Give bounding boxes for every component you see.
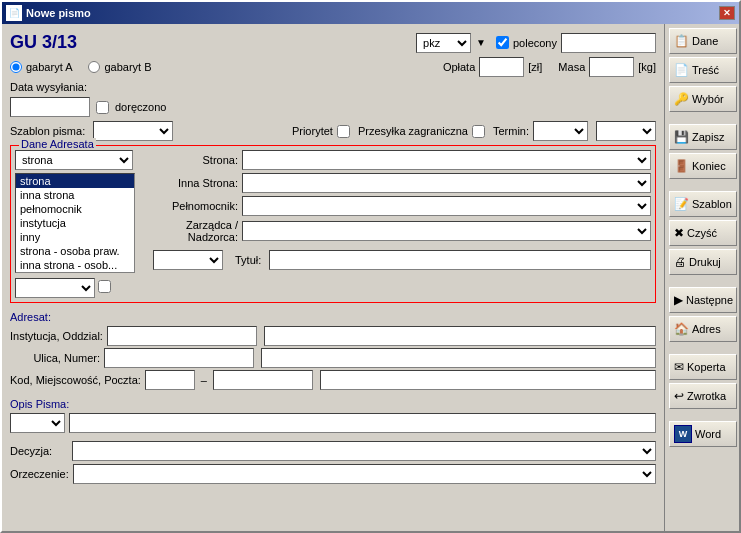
koniec-button[interactable]: 🚪 Koniec (669, 153, 737, 179)
nastepne-button[interactable]: ▶ Następne (669, 287, 737, 313)
czysz-icon: ✖ (674, 226, 684, 240)
instytucja-input1[interactable] (107, 326, 257, 346)
list-item[interactable]: inna strona (16, 188, 134, 202)
gabaryt-a-group: gabaryt A (10, 61, 72, 73)
ulica-row: Ulica, Numer: (10, 348, 656, 368)
dane-adresata-label: Dane Adresata (19, 138, 96, 150)
wybor-button[interactable]: 🔑 Wybór (669, 86, 737, 112)
zarzadca-select[interactable] (242, 221, 651, 241)
decyzja-select[interactable] (72, 441, 656, 461)
tytul-pre-select[interactable] (153, 250, 223, 270)
oplata-unit: [zł] (528, 61, 542, 73)
drukuj-button[interactable]: 🖨 Drukuj (669, 249, 737, 275)
tytul-input[interactable] (269, 250, 651, 270)
przesylka-label: Przesyłka zagraniczna (358, 125, 468, 137)
szablon-button[interactable]: 📝 Szablon (669, 191, 737, 217)
koperta-icon: ✉ (674, 360, 684, 374)
list-item[interactable]: strona (16, 174, 134, 188)
pelnomocnik-label: Pełnomocnik: (153, 200, 238, 212)
right-panel: 📋 Dane 📄 Treść 🔑 Wybór 💾 Zapisz 🚪 Koniec (664, 24, 739, 531)
bottom-rows: Decyzja: Orzeczenie: (10, 441, 656, 484)
inna-strona-select[interactable] (242, 173, 651, 193)
adres-button[interactable]: 🏠 Adres (669, 316, 737, 342)
oplata-input[interactable]: 5.00 (479, 57, 524, 77)
masa-input[interactable]: .150 (589, 57, 634, 77)
doreczono-checkbox[interactable] (96, 101, 109, 114)
data-row: Data wysyłania: (10, 81, 656, 93)
separator: – (201, 374, 207, 386)
header-row: GU 3/13 pkz ▼ polecony 000040002000 (10, 32, 656, 53)
close-button[interactable]: ✕ (719, 6, 735, 20)
opis-select[interactable] (10, 413, 65, 433)
ulica-input2[interactable] (261, 348, 656, 368)
priorytet-checkbox[interactable] (337, 125, 350, 138)
polecony-value[interactable]: 000040002000 (561, 33, 656, 53)
gabaryt-b-label: gabaryt B (104, 61, 151, 73)
list-item[interactable]: inna strona - osob... (16, 258, 134, 272)
pkz-select[interactable]: pkz (416, 33, 471, 53)
adresata-sub-select[interactable] (15, 278, 95, 298)
tresc-button[interactable]: 📄 Treść (669, 57, 737, 83)
szablon-icon: 📝 (674, 197, 689, 211)
orzeczenie-select[interactable] (73, 464, 656, 484)
termin-label: Termin: (493, 125, 529, 137)
word-button[interactable]: W Word (669, 421, 737, 447)
koperta-button[interactable]: ✉ Koperta (669, 354, 737, 380)
orzeczenie-label: Orzeczenie: (10, 468, 69, 480)
szablon-select[interactable] (93, 121, 173, 141)
koniec-icon: 🚪 (674, 159, 689, 173)
gabaryt-a-radio[interactable] (10, 61, 22, 73)
list-item[interactable]: syndyk / zarządca (16, 272, 134, 273)
termin-select[interactable] (533, 121, 588, 141)
zwrotka-button[interactable]: ↩ Zwrotka (669, 383, 737, 409)
zapisz-button[interactable]: 💾 Zapisz (669, 124, 737, 150)
data-input[interactable]: 11/02/2014 (10, 97, 90, 117)
polecony-checkbox[interactable] (496, 36, 509, 49)
window-icon: 📄 (6, 5, 22, 21)
adresata-listbox[interactable]: strona inna strona pełnomocnik instytucj… (15, 173, 135, 273)
adresata-left: strona strona inna strona pełnomocnik in… (15, 150, 145, 298)
przesylka-checkbox[interactable] (472, 125, 485, 138)
priorytet-group: Priorytet (292, 125, 350, 138)
list-item[interactable]: inny (16, 230, 134, 244)
inna-strona-label: Inna Strona: (153, 177, 238, 189)
kod-input3[interactable] (320, 370, 656, 390)
dane-icon: 📋 (674, 34, 689, 48)
list-item[interactable]: pełnomocnik (16, 202, 134, 216)
strona-label: Strona: (153, 154, 238, 166)
ulica-input1[interactable] (104, 348, 254, 368)
pelnomocnik-select[interactable] (242, 196, 651, 216)
kod-label: Kod, Miejscowość, Poczta: (10, 374, 141, 386)
szablon-row: Szablon pisma: Priorytet Przesyłka zagra… (10, 121, 656, 141)
dane-button[interactable]: 📋 Dane (669, 28, 737, 54)
decyzja-row: Decyzja: (10, 441, 656, 461)
kod-input1[interactable] (145, 370, 195, 390)
gabaryt-b-radio[interactable] (88, 61, 100, 73)
adresata-right: Strona: Inna Strona: Pełnomocnik: Zarząd… (153, 150, 651, 298)
adres-icon: 🏠 (674, 322, 689, 336)
document-id: GU 3/13 (10, 32, 77, 53)
strona-select[interactable] (242, 150, 651, 170)
czysz-button[interactable]: ✖ Czyść (669, 220, 737, 246)
pkz-group: pkz ▼ (416, 33, 486, 53)
przesylka-group: Przesyłka zagraniczna (358, 125, 485, 138)
main-window: 📄 Nowe pismo ✕ GU 3/13 pkz ▼ polecony (0, 0, 741, 533)
dane-adresata-section: Dane Adresata strona strona inna strona … (10, 145, 656, 303)
termin-value-select[interactable] (596, 121, 656, 141)
list-item[interactable]: instytucja (16, 216, 134, 230)
inna-strona-row: Inna Strona: (153, 173, 651, 193)
termin-group: Termin: (493, 121, 588, 141)
zarzadca-label: Zarządca / Nadzorca: (153, 219, 238, 243)
main-panel: GU 3/13 pkz ▼ polecony 000040002000 (2, 24, 664, 531)
adresata-type-select[interactable]: strona (15, 150, 133, 170)
instytucja-row: Instytucja, Oddzial: (10, 326, 656, 346)
window-title: Nowe pismo (26, 7, 91, 19)
opis-input[interactable] (69, 413, 656, 433)
gabaryt-a-label: gabaryt A (26, 61, 72, 73)
polecony-label: polecony (513, 37, 557, 49)
kod-input2[interactable] (213, 370, 313, 390)
masa-unit: [kg] (638, 61, 656, 73)
list-item[interactable]: strona - osoba praw. (16, 244, 134, 258)
instytucja-input2[interactable] (264, 326, 656, 346)
adresata-checkbox[interactable] (98, 280, 111, 293)
